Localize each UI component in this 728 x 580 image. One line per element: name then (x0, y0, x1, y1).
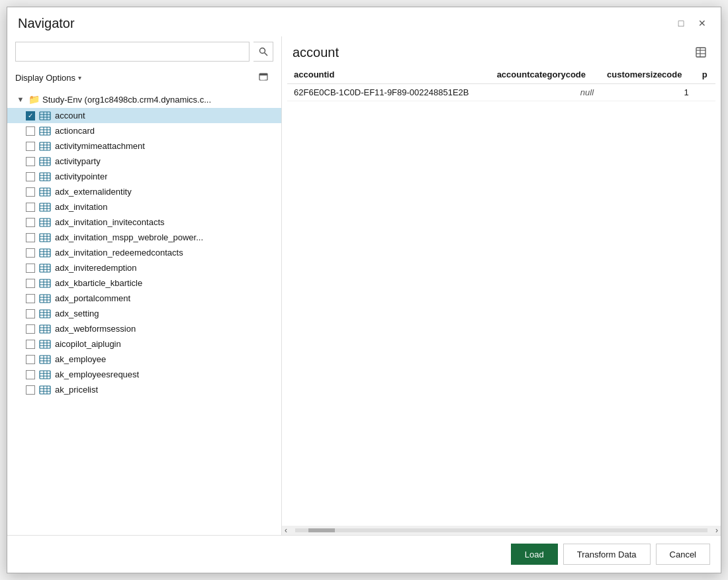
tree-item[interactable]: adx_portalcomment (7, 291, 281, 306)
tree-parent-node[interactable]: ▼ 📁 Study-Env (org1c8498cb.crm4.dynamics… (7, 91, 281, 108)
svg-rect-22 (40, 158, 50, 166)
tree-item-checkbox[interactable] (26, 279, 35, 288)
svg-rect-47 (40, 234, 50, 242)
tree-item[interactable]: aicopilot_aiplugin (7, 336, 281, 352)
table-column-header: accountcategorycode (490, 66, 600, 84)
svg-rect-92 (40, 371, 50, 379)
scroll-track[interactable] (295, 528, 707, 532)
svg-rect-72 (40, 310, 50, 318)
tree-item-label: actioncard (55, 126, 95, 136)
tree-item-checkbox[interactable] (26, 248, 35, 258)
table-cell: 62F6E0CB-1C0D-EF11-9F89-002248851E2B (287, 84, 490, 101)
tree-item[interactable]: adx_setting (7, 306, 281, 321)
scroll-thumb[interactable] (308, 528, 335, 532)
tree-items-list: account actioncard activitymimeattachmen… (7, 108, 281, 397)
table-icon (39, 233, 51, 242)
scroll-left-button[interactable]: ‹ (285, 526, 287, 535)
tree-item-label: adx_inviteredemption (55, 263, 137, 273)
search-bar (7, 36, 281, 67)
tree-item-checkbox[interactable] (26, 264, 35, 273)
tree-item-checkbox[interactable] (26, 157, 35, 166)
tree-item[interactable]: ak_employee (7, 352, 281, 367)
search-button[interactable] (253, 42, 273, 62)
tree-item-checkbox[interactable] (26, 355, 35, 364)
tree-item-checkbox[interactable] (26, 142, 35, 151)
tree-item[interactable]: adx_invitation (7, 199, 281, 215)
search-input[interactable] (15, 42, 250, 62)
table-icon (39, 279, 51, 288)
refresh-button[interactable] (255, 68, 273, 87)
table-cell: null (490, 84, 600, 101)
svg-rect-17 (40, 142, 50, 150)
tree-item-checkbox[interactable] (26, 370, 35, 379)
right-panel: account accountidaccountcategorycodecust… (282, 36, 721, 535)
scroll-right-button[interactable]: › (715, 526, 718, 535)
tree-item-checkbox[interactable] (26, 385, 35, 395)
tree-item[interactable]: activityparty (7, 154, 281, 169)
table-icon (39, 294, 51, 303)
svg-rect-12 (40, 127, 50, 135)
tree-item-label: account (55, 111, 85, 121)
tree-item-checkbox[interactable] (26, 309, 35, 318)
display-options-label: Display Options (15, 73, 75, 83)
table-icon (39, 370, 51, 379)
footer: Load Transform Data Cancel (7, 535, 721, 573)
table-icon (39, 248, 51, 258)
table-icon (39, 355, 51, 364)
table-column-header: accountid (287, 66, 490, 84)
display-options-button[interactable]: Display Options ▾ (15, 73, 81, 83)
svg-rect-62 (40, 279, 50, 287)
table-icon (39, 126, 51, 136)
table-row: 62F6E0CB-1C0D-EF11-9F89-002248851E2Bnull… (287, 84, 715, 101)
table-icon (39, 157, 51, 166)
transform-data-button[interactable]: Transform Data (563, 544, 651, 565)
tree-item-checkbox[interactable] (26, 187, 35, 197)
collapse-icon[interactable]: ▼ (15, 95, 26, 103)
tree-item-checkbox[interactable] (26, 233, 35, 242)
horizontal-scrollbar[interactable]: ‹ › (282, 526, 721, 535)
tree-item[interactable]: adx_inviteredemption (7, 260, 281, 275)
search-icon (259, 47, 268, 56)
tree-item[interactable]: activitymimeattachment (7, 138, 281, 154)
tree-item[interactable]: adx_invitation_mspp_webrole_power... (7, 230, 281, 245)
tree-item-checkbox[interactable] (26, 340, 35, 349)
tree-item-label: ak_employeesrequest (55, 369, 139, 379)
load-button[interactable]: Load (511, 544, 558, 565)
close-button[interactable]: ✕ (694, 15, 710, 31)
tree-item[interactable]: adx_kbarticle_kbarticle (7, 275, 281, 291)
svg-rect-7 (40, 112, 50, 120)
tree-item-checkbox[interactable] (26, 324, 35, 334)
tree-item-label: adx_setting (55, 309, 99, 318)
tree-item[interactable]: adx_webformsession (7, 321, 281, 336)
tree-item-checkbox[interactable] (26, 111, 35, 121)
table-icon (39, 218, 51, 227)
cancel-button[interactable]: Cancel (656, 544, 710, 565)
tree-item[interactable]: adx_externalidentity (7, 184, 281, 199)
svg-rect-37 (40, 203, 50, 211)
tree-item-checkbox[interactable] (26, 172, 35, 181)
tree-item[interactable]: account (7, 108, 281, 123)
tree-item[interactable]: activitypointer (7, 169, 281, 184)
svg-rect-42 (40, 218, 50, 226)
window-controls: □ ✕ (673, 15, 710, 31)
tree-root: ▼ 📁 Study-Env (org1c8498cb.crm4.dynamics… (7, 91, 281, 397)
table-icon (39, 203, 51, 212)
svg-rect-3 (259, 73, 267, 75)
minimize-button[interactable]: □ (673, 15, 689, 31)
tree-item[interactable]: adx_invitation_invitecontacts (7, 215, 281, 230)
preview-options-button[interactable] (692, 43, 710, 62)
tree-item[interactable]: adx_invitation_redeemedcontacts (7, 245, 281, 260)
tree-item-checkbox[interactable] (26, 203, 35, 212)
tree-item[interactable]: actioncard (7, 123, 281, 138)
svg-line-1 (264, 53, 267, 56)
tree-item-label: adx_externalidentity (55, 187, 132, 197)
tree-item[interactable]: ak_employeesrequest (7, 367, 281, 382)
tree-item-checkbox[interactable] (26, 294, 35, 303)
data-table: accountidaccountcategorycodecustomersize… (287, 66, 715, 101)
data-table-container: accountidaccountcategorycodecustomersize… (282, 66, 721, 526)
svg-rect-77 (40, 325, 50, 333)
chevron-down-icon: ▾ (78, 74, 81, 81)
tree-item-checkbox[interactable] (26, 126, 35, 136)
tree-item[interactable]: ak_pricelist (7, 382, 281, 397)
tree-item-checkbox[interactable] (26, 218, 35, 227)
